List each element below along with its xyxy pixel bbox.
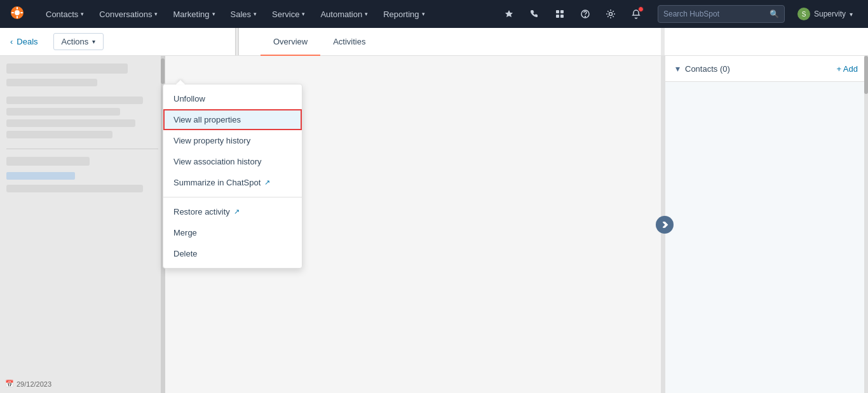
svg-rect-8	[556, 15, 559, 18]
calendar-icon: 📅	[5, 380, 14, 388]
sales-caret: ▾	[254, 11, 257, 17]
search-bar[interactable]: 🔍	[658, 5, 785, 23]
svg-rect-9	[560, 15, 564, 18]
breadcrumb[interactable]: ‹ Deals	[10, 37, 38, 46]
center-scrollbar-top	[661, 28, 665, 55]
nav-service[interactable]: Service ▾	[266, 7, 311, 22]
sidebar-block-1	[6, 63, 128, 74]
svg-point-12	[609, 13, 612, 16]
sidebar-block-8	[6, 185, 143, 192]
conversations-caret: ▾	[154, 11, 158, 17]
actions-caret: ▾	[92, 38, 95, 45]
left-sidebar: 📅 29/12/2023	[0, 56, 165, 393]
search-input[interactable]	[663, 10, 770, 18]
workspace-badge[interactable]: S Supervity ▾	[792, 5, 858, 23]
topnav-right-icons: 🔍 S Supervity ▾	[500, 5, 858, 23]
sidebar-content	[0, 56, 165, 192]
dropdown-item-summarize-chatspot[interactable]: Summarize in ChatSpot ↗	[163, 172, 302, 193]
svg-rect-2	[17, 7, 18, 10]
sidebar-link	[6, 172, 75, 180]
workspace-icon: S	[797, 8, 810, 20]
actions-label: Actions	[62, 37, 89, 46]
right-panel-header: ▾ Contacts (0) + Add	[665, 56, 868, 82]
collapse-right-panel-button[interactable]	[656, 216, 674, 234]
phone-icon[interactable]	[526, 5, 543, 23]
right-panel: ▾ Contacts (0) + Add	[665, 56, 868, 393]
nav-marketing[interactable]: Marketing ▾	[166, 7, 221, 22]
main-layout: 📅 29/12/2023 Unfollow View all propertie…	[0, 56, 868, 393]
nav-conversations[interactable]: Conversations ▾	[93, 7, 164, 22]
settings-icon[interactable]	[602, 5, 620, 23]
actions-dropdown: Unfollow View all properties View proper…	[163, 84, 302, 269]
sidebar-block-5	[6, 119, 135, 127]
dropdown-arrow	[176, 80, 185, 84]
marketplace-icon[interactable]	[551, 5, 569, 23]
nav-contacts[interactable]: Contacts ▾	[39, 7, 90, 22]
left-scrollbar-thumb	[161, 58, 165, 84]
dropdown-item-view-all-properties[interactable]: View all properties	[163, 109, 302, 130]
sidebar-block-4	[6, 108, 120, 116]
nav-links: Contacts ▾ Conversations ▾ Marketing ▾ S…	[39, 7, 500, 22]
breadcrumb-label: Deals	[17, 37, 37, 46]
sidebar-block-6	[6, 131, 112, 138]
tab-activities[interactable]: Activities	[320, 28, 378, 56]
tab-overview[interactable]: Overview	[261, 28, 320, 56]
divider	[235, 28, 239, 55]
dropdown-item-restore-activity[interactable]: Restore activity ↗	[163, 201, 302, 222]
svg-rect-7	[560, 10, 564, 13]
search-icon: 🔍	[770, 10, 779, 18]
dropdown-item-view-association-history[interactable]: View association history	[163, 151, 302, 172]
sub-navigation: ‹ Deals Actions ▾ Overview Activities	[0, 28, 868, 56]
bottom-date: 📅 29/12/2023	[5, 380, 51, 388]
top-navigation: Contacts ▾ Conversations ▾ Marketing ▾ S…	[0, 0, 868, 28]
add-contact-button[interactable]: + Add	[836, 64, 858, 74]
marketing-caret: ▾	[212, 11, 215, 17]
contacts-caret: ▾	[81, 11, 84, 17]
external-link-icon-restore: ↗	[234, 208, 240, 216]
right-panel-scrollbar	[864, 56, 868, 393]
upgrade-icon[interactable]	[500, 5, 518, 23]
dropdown-item-unfollow[interactable]: Unfollow	[163, 88, 302, 109]
breadcrumb-caret: ‹	[10, 37, 13, 46]
dropdown-item-view-property-history[interactable]: View property history	[163, 130, 302, 151]
right-panel-scrollbar-thumb	[864, 56, 868, 94]
svg-rect-4	[11, 12, 14, 13]
dropdown-divider	[163, 197, 302, 197]
actions-button[interactable]: Actions ▾	[53, 33, 104, 50]
nav-sales[interactable]: Sales ▾	[224, 7, 264, 22]
reporting-caret: ▾	[422, 11, 425, 17]
workspace-caret: ▾	[850, 11, 853, 18]
service-caret: ▾	[302, 11, 305, 17]
svg-rect-6	[556, 10, 559, 13]
svg-rect-5	[20, 12, 23, 13]
dropdown-item-delete[interactable]: Delete	[163, 243, 302, 264]
help-icon[interactable]	[576, 5, 594, 23]
automation-caret: ▾	[365, 11, 368, 17]
dropdown-item-merge[interactable]: Merge	[163, 222, 302, 243]
sidebar-divider	[6, 149, 158, 149]
tabs-bar: Overview Activities	[261, 28, 378, 56]
svg-point-1	[15, 10, 20, 15]
right-panel-title: Contacts (0)	[685, 64, 836, 74]
nav-automation[interactable]: Automation ▾	[314, 7, 374, 22]
sidebar-block-7	[6, 157, 90, 166]
sidebar-block-2	[6, 79, 97, 86]
chevron-icon[interactable]: ▾	[675, 63, 680, 74]
sidebar-block-3	[6, 97, 143, 104]
svg-point-11	[585, 17, 585, 17]
external-link-icon-chatspot: ↗	[264, 178, 270, 187]
hubspot-logo	[10, 6, 24, 23]
svg-rect-3	[17, 16, 18, 18]
nav-reporting[interactable]: Reporting ▾	[377, 7, 431, 22]
notifications-icon[interactable]	[627, 5, 645, 23]
